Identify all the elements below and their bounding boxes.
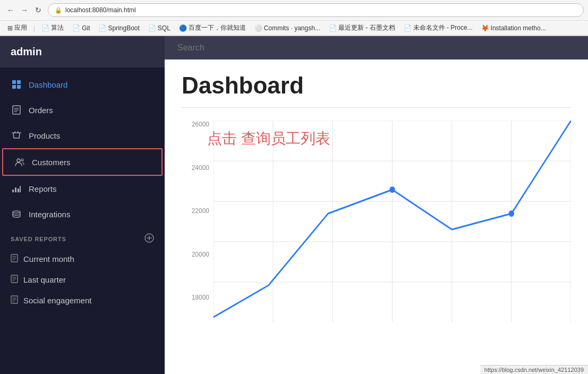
- doc-icon: [11, 275, 18, 285]
- divider: [182, 107, 571, 108]
- chart-area: 26000 24000 22000 20000 18000: [182, 121, 571, 322]
- sidebar-item-orders[interactable]: Orders: [0, 97, 165, 123]
- bookmark-shimo[interactable]: 📄最近更新 - 石墨文档: [326, 22, 398, 33]
- report-label: Last quarter: [23, 275, 66, 284]
- doc-icon: [11, 295, 18, 305]
- orders-label: Orders: [29, 106, 53, 115]
- saved-reports-header: SAVED REPORTS: [11, 233, 154, 244]
- main-header: [165, 36, 588, 60]
- page-title: Dashboard: [182, 72, 571, 99]
- bookmark-commits[interactable]: ⚪Commits · yangsh...: [251, 23, 323, 33]
- svg-point-42: [389, 186, 395, 193]
- bookmark-icon: 📄: [329, 24, 337, 32]
- saved-reports-title: SAVED REPORTS: [11, 236, 66, 242]
- y-label-5: 18000: [192, 294, 209, 301]
- address-bar[interactable]: 🔒 localhost:8080/main.html: [48, 3, 584, 17]
- bookmark-baidu[interactable]: 🔵百度一下，你就知道: [176, 22, 249, 33]
- y-label-2: 24000: [192, 164, 209, 172]
- sidebar-item-dashboard[interactable]: Dashboard: [0, 72, 165, 97]
- refresh-button[interactable]: ↻: [32, 4, 45, 16]
- svg-rect-10: [12, 190, 14, 192]
- svg-rect-12: [18, 189, 19, 192]
- integrations-label: Integrations: [29, 210, 70, 219]
- sidebar-header: admin: [0, 36, 165, 67]
- customers-label: Customers: [32, 158, 71, 167]
- chart-svg: [214, 121, 571, 322]
- browser-chrome: ← → ↻ 🔒 localhost:8080/main.html ⊞ 应用 | …: [0, 0, 588, 36]
- report-item-last-quarter[interactable]: Last quarter: [11, 269, 154, 290]
- sidebar: admin Dashboard: [0, 36, 165, 374]
- sidebar-item-integrations[interactable]: Integrations: [0, 201, 165, 227]
- main-content: Dashboard 点击 查询员工列表 26000 24000 22000 20…: [165, 36, 588, 374]
- sidebar-item-reports[interactable]: Reports: [0, 176, 165, 201]
- integrations-icon: [11, 208, 22, 220]
- main-body: Dashboard 点击 查询员工列表 26000 24000 22000 20…: [165, 60, 588, 374]
- bookmarks-bar: ⊞ 应用 | 📄算法 📄Git 📄SpringBoot 📄SQL 🔵百度一下，你…: [0, 21, 588, 36]
- annotation-text: 点击 查询员工列表: [207, 129, 330, 149]
- bookmark-icon: 📄: [148, 24, 156, 32]
- status-bar: https://blog.csdn.net/weixin_42112039: [480, 365, 588, 374]
- sidebar-item-products[interactable]: Products: [0, 123, 165, 148]
- svg-point-43: [509, 210, 514, 217]
- orders-icon: [11, 104, 22, 116]
- svg-rect-2: [12, 85, 16, 89]
- bookmark-springboot[interactable]: 📄SpringBoot: [95, 23, 142, 33]
- y-label-4: 20000: [192, 251, 209, 258]
- add-report-button[interactable]: [144, 233, 154, 244]
- svg-rect-11: [15, 188, 16, 192]
- svg-rect-0: [12, 80, 16, 84]
- bookmark-icon: 📄: [404, 24, 412, 32]
- sidebar-item-customers[interactable]: Customers: [2, 148, 163, 176]
- lock-icon: 🔒: [55, 7, 62, 14]
- customers-icon: [14, 156, 25, 168]
- bookmark-icon: ⚪: [254, 24, 262, 32]
- svg-rect-13: [20, 186, 21, 192]
- bookmark-sql[interactable]: 📄SQL: [145, 23, 174, 33]
- bookmark-icon: 📄: [98, 24, 106, 32]
- svg-rect-3: [17, 85, 21, 89]
- search-input[interactable]: [177, 43, 575, 53]
- svg-point-9: [21, 159, 23, 161]
- status-text: https://blog.csdn.net/weixin_42112039: [484, 367, 584, 373]
- bookmark-git[interactable]: 📄Git: [69, 23, 93, 33]
- bookmark-apps[interactable]: ⊞ 应用: [4, 22, 30, 33]
- sidebar-nav: Dashboard Orders: [0, 67, 165, 374]
- bookmark-icon: 📄: [41, 24, 49, 32]
- bookmark-icon: 🔵: [179, 24, 187, 32]
- sidebar-title: admin: [11, 46, 42, 57]
- chart-svg-container: [214, 121, 571, 322]
- back-button[interactable]: ←: [4, 4, 17, 16]
- svg-rect-1: [17, 80, 21, 84]
- products-icon: [11, 130, 22, 141]
- products-label: Products: [29, 131, 60, 140]
- y-label-1: 26000: [192, 121, 209, 128]
- reports-icon: [11, 183, 22, 194]
- svg-point-8: [17, 159, 20, 162]
- bookmark-install[interactable]: 🦊Installation metho...: [478, 23, 549, 33]
- bookmark-algo[interactable]: 📄算法: [38, 22, 67, 33]
- url-text: localhost:8080/main.html: [65, 6, 136, 14]
- bookmark-icon: 🦊: [481, 24, 489, 32]
- saved-reports-section: SAVED REPORTS: [0, 227, 165, 315]
- dashboard-icon: [11, 79, 22, 90]
- reports-label: Reports: [29, 184, 57, 193]
- svg-point-14: [13, 211, 20, 213]
- browser-toolbar: ← → ↻ 🔒 localhost:8080/main.html: [0, 0, 588, 21]
- nav-buttons: ← → ↻: [4, 4, 45, 16]
- y-label-3: 22000: [192, 207, 209, 215]
- report-label: Social engagement: [23, 296, 91, 305]
- report-item-current-month[interactable]: Current month: [11, 249, 154, 269]
- report-label: Current month: [23, 254, 74, 264]
- forward-button[interactable]: →: [18, 4, 31, 16]
- doc-icon: [11, 254, 18, 264]
- dashboard-label: Dashboard: [29, 80, 67, 89]
- report-item-social-engagement[interactable]: Social engagement: [11, 290, 154, 311]
- apps-icon: ⊞: [7, 24, 13, 32]
- bookmark-icon: 📄: [72, 24, 80, 32]
- app-container: admin Dashboard: [0, 36, 588, 374]
- bookmark-process[interactable]: 📄未命名文件 - Proce...: [400, 22, 476, 33]
- bookmark-label: 应用: [14, 23, 27, 32]
